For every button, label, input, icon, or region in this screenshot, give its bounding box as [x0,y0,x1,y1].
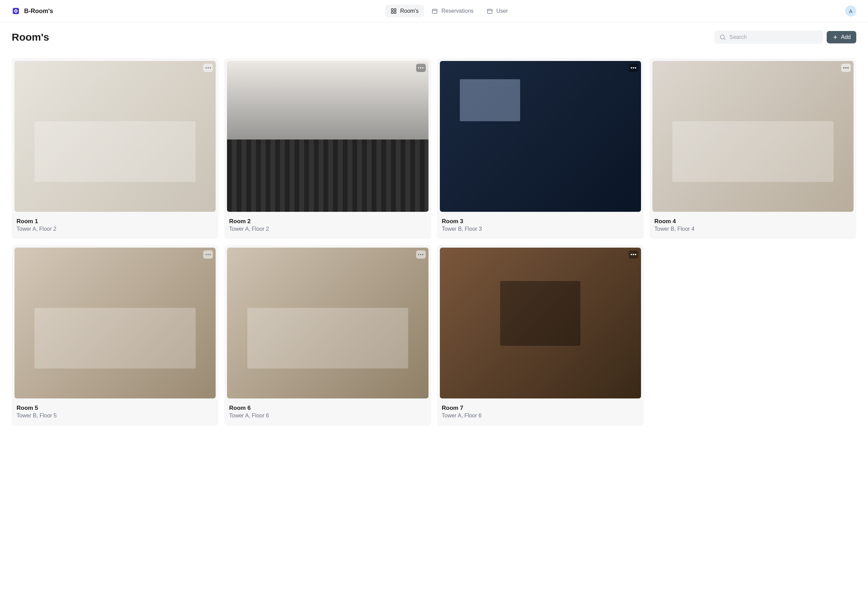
svg-rect-6 [433,9,438,14]
calendar-icon [487,8,493,14]
top-nav: Room's Reservations User [385,5,513,17]
card-body: Room 4 Tower B, Floor 4 [652,212,854,232]
card-menu-button[interactable] [203,250,213,259]
room-thumbnail [440,247,641,398]
room-card[interactable]: Room 7 Tower A, Floor 6 [437,245,644,426]
room-card[interactable]: Room 1 Tower A, Floor 2 [12,58,218,239]
plus-icon [832,34,838,40]
room-title: Room 4 [654,218,851,225]
room-thumbnail [227,247,428,398]
card-menu-button[interactable] [203,64,213,72]
svg-point-1 [15,10,17,12]
room-thumbnail [652,61,854,212]
room-title: Room 1 [17,218,214,225]
svg-rect-7 [487,9,492,14]
room-card[interactable]: Room 3 Tower B, Floor 3 [437,58,644,239]
nav-reservations-label: Reservations [441,8,473,14]
room-title: Room 7 [442,405,639,412]
more-horizontal-icon [631,67,636,69]
room-title: Room 2 [229,218,426,225]
add-button-label: Add [841,34,851,40]
card-menu-button[interactable] [628,250,638,259]
card-menu-button[interactable] [416,64,426,72]
room-thumbnail [440,61,641,212]
room-card[interactable]: Room 2 Tower A, Floor 2 [224,58,431,239]
room-location: Tower A, Floor 6 [229,413,426,419]
room-location: Tower B, Floor 3 [442,226,639,232]
card-menu-button[interactable] [628,64,638,72]
svg-rect-5 [394,12,396,14]
app-logo-icon [12,7,20,15]
more-horizontal-icon [418,254,424,255]
svg-point-8 [720,35,724,39]
user-avatar[interactable]: A [845,6,856,17]
nav-reservations[interactable]: Reservations [426,5,479,17]
card-body: Room 5 Tower B, Floor 5 [14,398,216,419]
card-body: Room 6 Tower A, Floor 6 [227,398,428,419]
room-location: Tower A, Floor 6 [442,413,639,419]
avatar-initial: A [849,8,853,14]
search-box[interactable] [714,31,823,44]
room-title: Room 3 [442,218,639,225]
page-content: Room's Add Room 1 Tower A, Floor 2 [0,22,868,434]
more-horizontal-icon [206,254,211,255]
page-header: Room's Add [12,31,856,44]
search-icon [719,34,726,41]
room-location: Tower B, Floor 5 [17,413,214,419]
calendar-icon [432,8,438,14]
brand-text: B-Room's [24,8,53,15]
svg-rect-4 [391,12,393,14]
search-input[interactable] [730,34,819,40]
more-horizontal-icon [418,67,424,69]
card-body: Room 7 Tower A, Floor 6 [440,398,641,419]
nav-rooms-label: Room's [400,8,419,14]
room-thumbnail [14,247,216,398]
room-title: Room 6 [229,405,426,412]
brand: B-Room's [12,7,53,15]
room-card[interactable]: Room 4 Tower B, Floor 4 [650,58,856,239]
room-location: Tower A, Floor 2 [17,226,214,232]
more-horizontal-icon [631,254,636,255]
more-horizontal-icon [843,67,849,69]
room-grid: Room 1 Tower A, Floor 2 Room 2 Tower A, … [12,58,856,426]
card-body: Room 1 Tower A, Floor 2 [14,212,216,232]
add-button[interactable]: Add [827,31,856,43]
room-thumbnail [14,61,216,212]
room-location: Tower B, Floor 4 [654,226,851,232]
room-title: Room 5 [17,405,214,412]
page-title: Room's [12,31,714,43]
nav-user[interactable]: User [481,5,513,17]
more-horizontal-icon [206,67,211,69]
card-menu-button[interactable] [841,64,851,72]
card-body: Room 2 Tower A, Floor 2 [227,212,428,232]
card-body: Room 3 Tower B, Floor 3 [440,212,641,232]
room-card[interactable]: Room 5 Tower B, Floor 5 [12,245,218,426]
grid-icon [390,8,397,14]
room-card[interactable]: Room 6 Tower A, Floor 6 [224,245,431,426]
nav-rooms[interactable]: Room's [385,5,424,17]
nav-user-label: User [496,8,508,14]
app-header: B-Room's Room's Reservations User A [0,0,868,22]
svg-rect-3 [394,9,396,10]
room-thumbnail [227,61,428,212]
card-menu-button[interactable] [416,250,426,259]
room-location: Tower A, Floor 2 [229,226,426,232]
svg-rect-2 [391,9,393,10]
